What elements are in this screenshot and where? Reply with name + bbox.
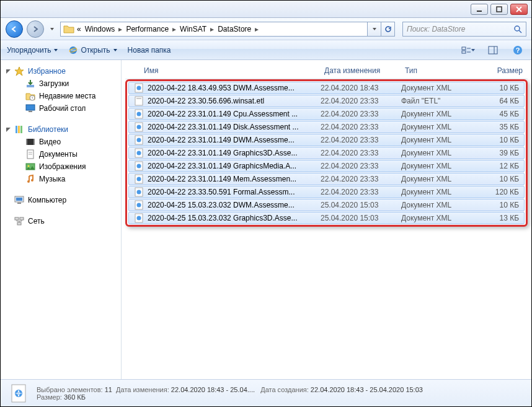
music-icon xyxy=(25,174,35,184)
svg-point-44 xyxy=(137,112,141,116)
sidebar-favorites-header[interactable]: Избранное xyxy=(1,65,121,77)
column-headers: Имя Дата изменения Тип Размер xyxy=(125,64,528,79)
sidebar-item-desktop[interactable]: Рабочий стол xyxy=(1,102,121,115)
file-name: 2020-04-22 23.31.01.149 DWM.Assessme... xyxy=(148,136,321,144)
help-button[interactable]: ? xyxy=(510,44,525,56)
svg-rect-9 xyxy=(462,51,466,53)
window-titlebar xyxy=(1,1,531,18)
sidebar-item-pictures[interactable]: Изображения xyxy=(1,160,121,173)
status-size-value: 360 КБ xyxy=(64,393,86,401)
file-date: 22.04.2020 23:33 xyxy=(321,175,401,183)
svg-point-32 xyxy=(31,179,33,182)
details-pane: Выбрано элементов: 11 Дата изменения: 22… xyxy=(1,379,531,406)
address-bar[interactable]: « Windows ▸ Performance ▸ WinSAT ▸ DataS… xyxy=(60,22,368,37)
column-name[interactable]: Имя xyxy=(144,66,324,75)
svg-rect-22 xyxy=(20,126,22,133)
nav-history-dropdown[interactable] xyxy=(48,27,56,32)
chevron-right-icon[interactable]: ▸ xyxy=(117,25,123,33)
file-name: 2020-04-25 15.03.23.032 DWM.Assessme... xyxy=(148,201,321,209)
video-icon xyxy=(25,137,35,147)
file-row[interactable]: 2020-04-25 15.03.23.032 Graphics3D.Asse.… xyxy=(128,212,525,224)
xml-file-icon xyxy=(8,383,29,404)
organize-menu[interactable]: Упорядочить xyxy=(7,46,58,55)
svg-rect-37 xyxy=(20,217,24,220)
file-row[interactable]: 2020-04-22 23.31.01.149 Disk.Assessment … xyxy=(128,121,525,133)
column-date[interactable]: Дата изменения xyxy=(324,66,405,75)
svg-point-56 xyxy=(137,190,141,195)
chevron-right-icon[interactable]: ▸ xyxy=(254,25,260,33)
file-date: 22.04.2020 23:33 xyxy=(321,149,401,157)
explorer-body: Избранное Загрузки Недавние места Рабочи… xyxy=(1,60,531,379)
file-row[interactable]: 2020-04-22 23.31.01.149 Cpu.Assessment .… xyxy=(128,108,525,120)
file-type: Документ XML xyxy=(401,162,476,170)
file-date: 22.04.2020 23:33 xyxy=(321,188,401,196)
sidebar-libraries-header[interactable]: Библиотеки xyxy=(1,123,121,136)
chevron-right-icon[interactable]: ▸ xyxy=(209,25,215,33)
column-size[interactable]: Размер xyxy=(479,66,523,75)
network-icon xyxy=(14,216,24,226)
status-created-label: Дата создания: xyxy=(260,386,309,393)
svg-rect-19 xyxy=(29,111,32,112)
file-type: Документ XML xyxy=(401,149,476,157)
svg-line-5 xyxy=(519,30,521,33)
chevron-right-icon[interactable]: ▸ xyxy=(171,25,177,33)
close-button[interactable] xyxy=(510,4,528,15)
svg-rect-1 xyxy=(497,7,502,12)
file-date: 22.04.2020 23:33 xyxy=(321,97,401,105)
svg-rect-18 xyxy=(26,105,35,110)
refresh-button[interactable] xyxy=(381,22,395,37)
file-size: 45 КБ xyxy=(476,110,519,118)
new-folder-button[interactable]: Новая папка xyxy=(128,46,171,55)
file-list-highlight: 2020-04-22 18.43.49.953 DWM.Assessme...2… xyxy=(125,79,528,227)
file-date: 22.04.2020 23:33 xyxy=(321,110,401,118)
file-row[interactable]: 2020-04-22 23.31.01.149 Graphics3D.Asse.… xyxy=(128,147,525,159)
file-type: Документ XML xyxy=(401,110,476,118)
sidebar-item-downloads[interactable]: Загрузки xyxy=(1,77,121,90)
sidebar-item-computer[interactable]: Компьютер xyxy=(1,194,121,206)
sidebar-item-music[interactable]: Музыка xyxy=(1,173,121,185)
crumb-windows[interactable]: Windows xyxy=(84,25,117,33)
view-options-button[interactable] xyxy=(461,44,476,56)
file-row[interactable]: 2020-04-22 23.31.01.149 Mem.Assessmen...… xyxy=(128,173,525,185)
file-name: 2020-04-22 23.31.01.149 Disk.Assessment … xyxy=(148,123,321,131)
sidebar-item-video[interactable]: Видео xyxy=(1,136,121,148)
file-type: Файл "ETL" xyxy=(401,97,476,105)
sidebar-item-recent[interactable]: Недавние места xyxy=(1,90,121,102)
search-input[interactable]: Поиск: DataStore xyxy=(402,22,526,37)
desktop-icon xyxy=(25,103,35,113)
file-size: 10 КБ xyxy=(476,84,519,92)
command-bar: Упорядочить Открыть Новая папка ? xyxy=(1,40,531,60)
downloads-icon xyxy=(25,79,35,89)
open-button[interactable]: Открыть xyxy=(68,45,117,55)
file-row[interactable]: 2020-04-25 15.03.23.032 DWM.Assessme...2… xyxy=(128,199,525,211)
crumb-winsat[interactable]: WinSAT xyxy=(179,25,208,33)
maximize-button[interactable] xyxy=(490,4,508,15)
file-size: 10 КБ xyxy=(476,136,519,144)
minimize-button[interactable] xyxy=(471,4,488,15)
breadcrumb-lead: « xyxy=(76,25,82,33)
file-name: 2020-04-22 23.31.01.149 Mem.Assessmen... xyxy=(148,175,321,183)
sidebar-item-documents[interactable]: Документы xyxy=(1,148,121,160)
column-type[interactable]: Тип xyxy=(405,66,479,75)
file-size: 39 КБ xyxy=(476,149,519,157)
file-size: 10 КБ xyxy=(476,175,519,183)
sidebar-item-network[interactable]: Сеть xyxy=(1,215,121,227)
file-row[interactable]: 2020-04-22 23.31.01.149 GraphicsMedia.A.… xyxy=(128,160,525,172)
preview-pane-button[interactable] xyxy=(485,44,500,56)
file-row[interactable]: 2020-04-22 23.30.56.696.winsat.etl22.04.… xyxy=(128,95,525,107)
address-dropdown[interactable] xyxy=(368,22,381,37)
status-created-value: 22.04.2020 18:43 - 25.04.2020 15:03 xyxy=(311,386,423,393)
back-button[interactable] xyxy=(6,20,23,38)
crumb-datastore[interactable]: DataStore xyxy=(216,25,252,33)
file-type: Документ XML xyxy=(401,201,476,209)
file-row[interactable]: 2020-04-22 18.43.49.953 DWM.Assessme...2… xyxy=(128,82,525,94)
status-selected-count: 11 xyxy=(105,386,112,393)
file-row[interactable]: 2020-04-22 23.31.01.149 DWM.Assessme...2… xyxy=(128,134,525,146)
file-row[interactable]: 2020-04-22 23.33.50.591 Formal.Assessm..… xyxy=(128,186,525,198)
svg-rect-12 xyxy=(489,46,497,54)
recent-icon xyxy=(25,91,35,101)
crumb-performance[interactable]: Performance xyxy=(125,25,170,33)
file-date: 25.04.2020 15:03 xyxy=(321,201,401,209)
forward-button[interactable] xyxy=(27,20,44,38)
file-type: Документ XML xyxy=(401,84,476,92)
